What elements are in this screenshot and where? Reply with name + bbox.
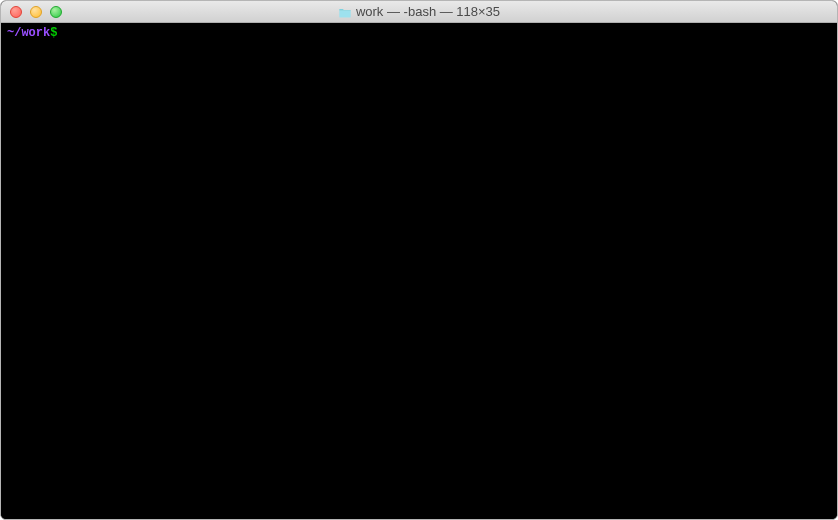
close-icon[interactable]: [10, 6, 22, 18]
window-controls: [1, 6, 62, 18]
maximize-icon[interactable]: [50, 6, 62, 18]
window-title-group: work — -bash — 118×35: [1, 4, 837, 19]
prompt-path: ~/work: [7, 26, 50, 40]
folder-icon: [338, 6, 352, 17]
terminal-body[interactable]: ~/work$: [1, 23, 837, 519]
terminal-window: work — -bash — 118×35 ~/work$: [0, 0, 838, 520]
window-title: work — -bash — 118×35: [356, 4, 500, 19]
minimize-icon[interactable]: [30, 6, 42, 18]
prompt-symbol: $: [50, 26, 57, 40]
title-bar[interactable]: work — -bash — 118×35: [1, 1, 837, 23]
